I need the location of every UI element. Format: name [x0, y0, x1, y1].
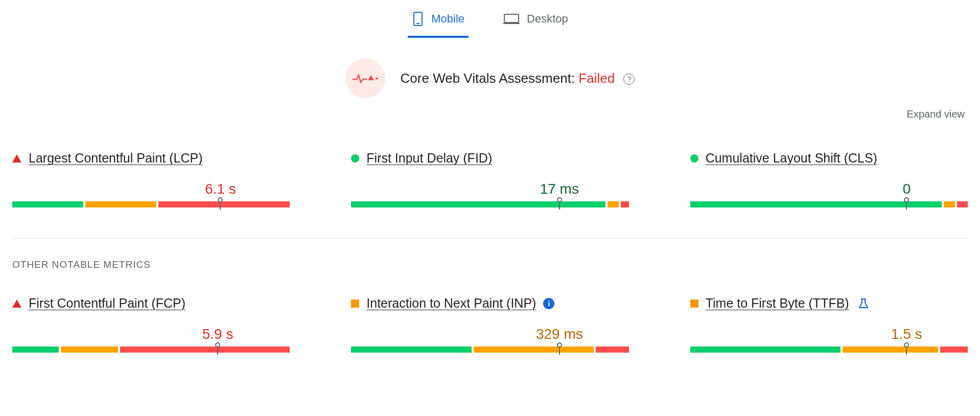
status-fail-icon	[12, 299, 21, 308]
metric-title-inp[interactable]: Interaction to Next Paint (INP)	[366, 296, 536, 311]
segment-amber	[474, 346, 594, 353]
distribution-bar	[351, 346, 628, 353]
status-pass-icon	[690, 154, 698, 163]
other-metrics-heading: OTHER NOTABLE METRICS	[12, 259, 968, 270]
segment-red	[120, 346, 290, 353]
segment-green	[351, 346, 472, 353]
assessment-status: Failed	[578, 71, 615, 86]
metric-ttfb: Time to First Byte (TTFB)1.5 s	[690, 296, 968, 353]
segment-green	[351, 201, 605, 207]
metric-title-fid[interactable]: First Input Delay (FID)	[366, 151, 492, 166]
segment-red	[621, 201, 629, 207]
metric-value-lcp: 6.1 s	[205, 181, 236, 197]
flask-icon[interactable]	[858, 298, 869, 309]
value-marker	[557, 197, 562, 210]
core-metrics-grid: Largest Contentful Paint (LCP)6.1 sFirst…	[12, 151, 968, 207]
svg-rect-2	[504, 14, 519, 22]
device-tabs: Mobile Desktop	[12, 0, 968, 38]
metric-head: Time to First Byte (TTFB)	[690, 296, 968, 311]
tab-mobile-label: Mobile	[431, 12, 464, 26]
metric-head: Interaction to Next Paint (INP)i	[351, 296, 628, 311]
metric-value-wrap: 0	[690, 181, 968, 198]
assessment-badge-icon	[345, 58, 385, 98]
metric-head: Cumulative Layout Shift (CLS)	[690, 151, 968, 166]
segment-red	[940, 346, 968, 353]
status-warn-icon	[690, 299, 698, 308]
segment-amber	[608, 201, 618, 207]
metric-value-wrap: 329 ms	[351, 326, 628, 343]
metric-head: First Contentful Paint (FCP)	[12, 296, 290, 311]
metric-value-wrap: 6.1 s	[12, 181, 290, 198]
distribution-bar	[12, 346, 290, 353]
tab-desktop[interactable]: Desktop	[499, 6, 572, 38]
expand-view-link[interactable]: Expand view	[907, 108, 965, 120]
metric-title-fcp[interactable]: First Contentful Paint (FCP)	[29, 296, 185, 311]
segment-amber	[61, 346, 118, 353]
metric-value-wrap: 1.5 s	[690, 326, 968, 343]
metric-value-fid: 17 ms	[540, 181, 579, 197]
distribution-bar	[12, 201, 290, 207]
metric-value-wrap: 5.9 s	[12, 326, 290, 343]
mobile-icon	[412, 11, 424, 27]
section-divider	[12, 238, 968, 239]
status-fail-icon	[12, 154, 21, 163]
segment-red	[957, 201, 968, 207]
status-pass-icon	[351, 154, 359, 163]
metric-lcp: Largest Contentful Paint (LCP)6.1 s	[12, 151, 290, 207]
distribution-bar	[690, 201, 968, 207]
metric-title-cls[interactable]: Cumulative Layout Shift (CLS)	[706, 151, 877, 166]
tab-desktop-label: Desktop	[527, 12, 568, 26]
tab-mobile[interactable]: Mobile	[408, 6, 469, 38]
metric-fcp: First Contentful Paint (FCP)5.9 s	[12, 296, 290, 353]
status-warn-icon	[351, 299, 359, 308]
value-marker	[557, 342, 562, 355]
metric-value-fcp: 5.9 s	[202, 326, 234, 342]
segment-green	[12, 346, 59, 353]
metric-head: First Input Delay (FID)	[351, 151, 628, 166]
svg-rect-5	[376, 78, 378, 79]
metric-head: Largest Contentful Paint (LCP)	[12, 151, 290, 166]
info-icon[interactable]: i	[543, 298, 554, 309]
segment-green	[12, 201, 83, 207]
other-metrics-grid: First Contentful Paint (FCP)5.9 sInterac…	[12, 296, 968, 353]
value-marker	[215, 342, 220, 355]
value-marker	[904, 197, 909, 210]
metric-value-ttfb: 1.5 s	[891, 326, 922, 342]
segment-red	[158, 201, 290, 207]
assessment-label: Core Web Vitals Assessment:	[401, 71, 575, 86]
segment-green	[690, 346, 841, 353]
metric-value-cls: 0	[903, 181, 911, 197]
segment-amber	[85, 201, 156, 207]
metric-cls: Cumulative Layout Shift (CLS)0	[690, 151, 968, 207]
metric-inp: Interaction to Next Paint (INP)i329 ms	[351, 296, 628, 353]
value-marker	[218, 197, 223, 210]
distribution-bar	[690, 346, 968, 353]
svg-marker-4	[368, 75, 374, 80]
assessment-title: Core Web Vitals Assessment: Failed ?	[401, 71, 635, 86]
distribution-bar	[351, 201, 628, 207]
segment-amber	[843, 346, 938, 353]
value-marker	[904, 342, 909, 355]
metric-fid: First Input Delay (FID)17 ms	[351, 151, 628, 207]
assessment-row: Core Web Vitals Assessment: Failed ?	[12, 58, 968, 98]
segment-red	[596, 346, 628, 353]
segment-amber	[944, 201, 954, 207]
metric-title-lcp[interactable]: Largest Contentful Paint (LCP)	[29, 151, 202, 166]
help-icon[interactable]: ?	[623, 74, 635, 85]
metric-value-inp: 329 ms	[536, 326, 583, 342]
metric-title-ttfb[interactable]: Time to First Byte (TTFB)	[706, 296, 849, 311]
metric-value-wrap: 17 ms	[351, 181, 628, 198]
desktop-icon	[503, 13, 520, 25]
